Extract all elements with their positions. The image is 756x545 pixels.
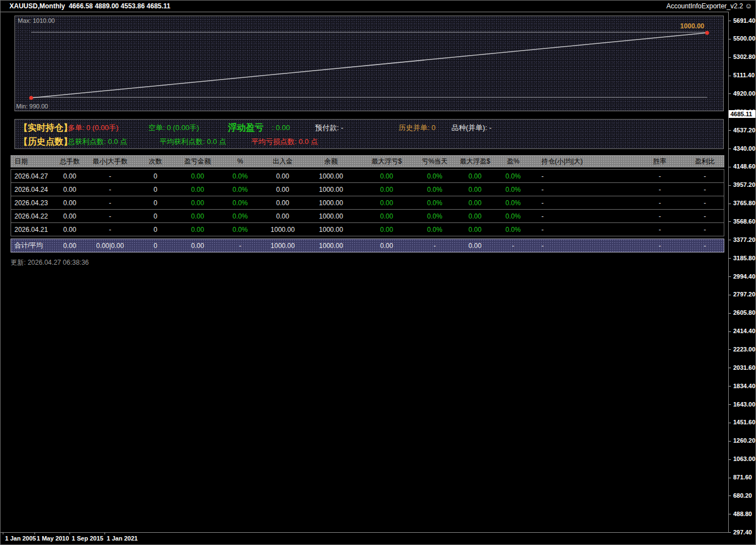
info-segment: 品种(并单): - [451,121,491,135]
table-cell: - [635,212,685,220]
table-cell: - [685,172,725,180]
ea-smiley-icon[interactable]: ☺ [745,2,752,10]
price-tick-label: 871.60 [733,474,752,481]
table-cell: - [685,186,725,194]
price-tick-label: 2797.20 [733,291,755,298]
table-cell: - [86,186,135,194]
table-cell: 0.00 [358,172,415,180]
price-tick-mark [729,349,731,350]
price-tick-label: 680.20 [733,492,752,499]
table-row: 2026.04.270.00-00.000.0%0.001000.000.000… [11,169,724,183]
account-info-panel: 【实时持仓】多单: 0 (0.00手)空单: 0 (0.00手)浮动盈亏: 0.… [14,119,724,149]
ea-indicator-area: AccountInfoExporter_v2.2 ☺ [667,2,752,10]
table-cell: 0.00 [54,172,86,180]
balance-equity-line-chart [15,16,723,111]
price-tick-mark [729,331,731,332]
table-cell: - [530,242,635,250]
table-cell: 0.00 [454,186,496,194]
table-row: 2026.04.230.00-00.000.0%0.001000.000.000… [11,196,724,210]
price-tick-label: 3568.60 [733,218,755,225]
table-cell: 0.00 [358,186,415,194]
table-cell: - [685,242,725,250]
table-cell: 0.00 [54,186,86,194]
daily-stats-table: 日期总手数最小|大手数次数盈亏金额%出入金余额最大浮亏$亏%当天最大浮盈$盈%持… [11,155,724,252]
table-cell: - [86,226,135,234]
price-scale[interactable]: 5691.405500.005302.805111.404920.004728.… [728,12,755,533]
table-header-cell: 最小|大手数 [86,157,135,166]
price-tick-mark [729,496,731,496]
table-header-cell: 盈利比 [685,157,725,166]
table-cell: 2026.04.27 [11,172,54,180]
price-tick-mark [729,295,731,295]
table-header-cell: 最大浮盈$ [454,157,496,166]
table-cell: 0.0% [415,199,454,207]
price-tick-label: 3185.80 [733,255,755,262]
price-tick-mark [729,258,731,259]
table-cell: 0.00 [176,212,219,220]
table-cell: 1000.00 [304,226,358,234]
price-tick-label: 5111.40 [733,72,755,79]
chart-symbol-title: XAUUSD,Monthly 4666.58 4889.00 4553.86 4… [9,2,171,10]
table-cell: 0.00 [261,199,304,207]
table-cell: 0.0% [219,226,261,234]
table-cell: 0.00 [54,226,86,234]
table-cell: 0.00 [176,226,219,234]
table-cell: - [530,172,635,180]
price-tick-mark [729,459,731,460]
table-header-cell: 总手数 [54,157,86,166]
price-tick-mark [729,276,731,277]
table-cell: 0 [135,186,176,194]
table-cell: 2026.04.22 [11,212,54,220]
time-tick-mark [105,533,105,534]
price-tick-mark [729,39,731,39]
table-cell: 合计/平均 [11,241,54,250]
time-scale[interactable]: 1 Jan 20051 May 20101 Sep 20151 Jan 2021 [1,532,728,544]
table-cell: 1000.00 [261,226,304,234]
table-cell: - [685,212,725,220]
table-header-cell: 次数 [135,157,176,166]
price-tick-mark [729,368,731,368]
price-tick-label: 1260.20 [733,437,755,444]
price-tick-label: 1063.00 [733,455,755,463]
table-cell: 0.00 [454,212,496,220]
price-tick-mark [729,130,731,131]
price-tick-mark [729,313,731,314]
price-tick-mark [729,386,731,387]
table-header-cell: 胜率 [635,157,685,166]
time-tick-label: 1 Jan 2021 [107,535,138,542]
graph-end-value-label: 1000.00 [680,22,704,30]
table-header-cell: 亏%当天 [415,157,454,166]
table-cell: 0.00 [454,199,496,207]
table-cell: - [530,226,635,234]
table-total-row: 合计/平均0.000.00|0.0000.00-1000.001000.000.… [11,239,724,252]
table-header-row: 日期总手数最小|大手数次数盈亏金额%出入金余额最大浮亏$亏%当天最大浮盈$盈%持… [11,155,724,167]
table-cell: - [530,212,635,220]
price-tick-mark [729,404,731,405]
table-cell: 0.00 [454,226,496,234]
table-header-cell: 余额 [304,157,358,166]
time-tick-label: 1 May 2010 [37,535,69,542]
table-cell: - [685,199,725,207]
table-cell: 0 [135,226,176,234]
table-cell: 0.0% [219,212,261,220]
table-cell: 1000.00 [261,242,304,250]
price-tick-mark [729,148,731,149]
info-segment: 平均亏损点数: 0.0 点 [251,135,318,148]
price-tick-label: 4537.20 [733,127,755,134]
info-segment: : 0.00 [272,121,290,135]
table-cell: 1000.00 [304,199,358,207]
price-tick-label: 488.80 [733,511,752,518]
table-cell: - [415,242,454,250]
price-tick-label: 4148.60 [733,163,755,170]
info-segment: 总获利点数: 0.0 点 [68,135,127,148]
table-cell: 0.00 [454,242,496,250]
price-tick-mark [729,423,731,423]
price-tick-label: 1451.60 [733,419,755,426]
table-header-cell: % [219,157,261,165]
table-cell: 1000.00 [304,186,358,194]
table-cell: 0.00 [261,186,304,194]
table-header-cell: 盈% [496,157,530,166]
table-cell: - [635,199,685,207]
info-segment: 【实时持仓】 [19,121,72,135]
ea-name-label: AccountInfoExporter_v2.2 [667,2,743,10]
